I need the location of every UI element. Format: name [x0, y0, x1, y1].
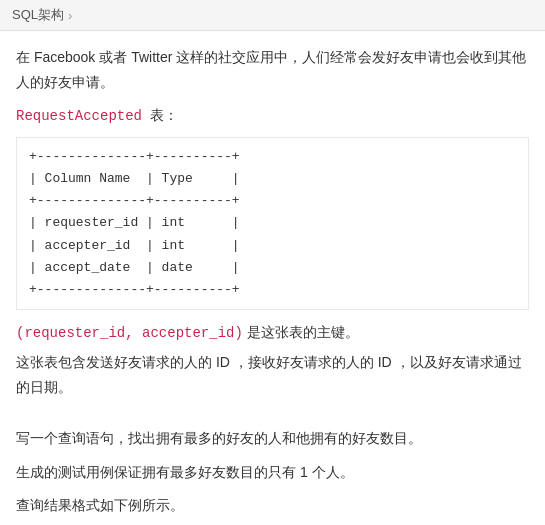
pk-description: (requester_id, accepter_id) 是这张表的主键。	[16, 320, 529, 346]
query-line-2: 生成的测试用例保证拥有最多好友数目的只有 1 个人。	[16, 460, 529, 485]
query-line-1: 写一个查询语句，找出拥有最多的好友的人和他拥有的好友数目。	[16, 426, 529, 451]
pk-code: (requester_id, accepter_id)	[16, 325, 243, 341]
table-name: RequestAccepted	[16, 108, 142, 124]
breadcrumb: SQL架构 ›	[0, 0, 545, 31]
schema-table: +--------------+----------+ | Column Nam…	[16, 137, 529, 310]
section-divider	[16, 410, 529, 426]
query-section: 写一个查询语句，找出拥有最多的好友的人和他拥有的好友数目。 生成的测试用例保证拥…	[16, 426, 529, 518]
breadcrumb-separator: ›	[68, 8, 72, 23]
query-line-3: 查询结果格式如下例所示。	[16, 493, 529, 518]
intro-paragraph: 在 Facebook 或者 Twitter 这样的社交应用中，人们经常会发好友申…	[16, 45, 529, 95]
breadcrumb-item-sql: SQL架构	[12, 6, 64, 24]
main-content: 在 Facebook 或者 Twitter 这样的社交应用中，人们经常会发好友申…	[0, 31, 545, 525]
table-description: 这张表包含发送好友请求的人的 ID ，接收好友请求的人的 ID ，以及好友请求通…	[16, 350, 529, 400]
pk-text-suffix: 是这张表的主键。	[247, 324, 359, 340]
table-label: RequestAccepted 表：	[16, 105, 529, 129]
